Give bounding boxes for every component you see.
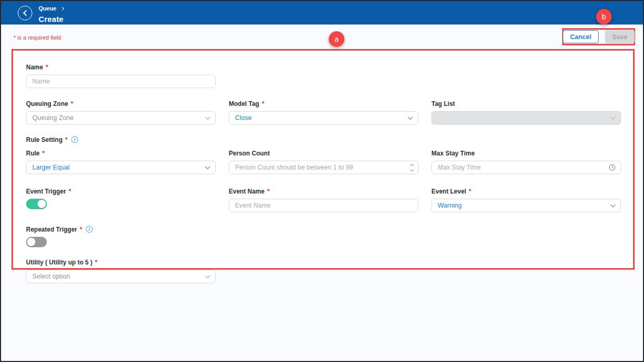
max-stay-time-input[interactable]	[431, 161, 621, 174]
person-count-label: Person Count	[229, 149, 418, 157]
required-marker: *	[469, 188, 472, 195]
event-name-label: Event Name *	[229, 187, 418, 195]
event-trigger-toggle[interactable]	[26, 199, 47, 209]
field-repeated-trigger: Repeated Trigger *	[26, 225, 216, 247]
rule-select[interactable]: Larger Equal	[26, 161, 216, 174]
person-count-input[interactable]	[229, 161, 418, 174]
repeated-trigger-toggle[interactable]	[26, 237, 47, 247]
annotation-box-b: Cancel Save	[562, 28, 635, 45]
field-tag-list: Tag List	[431, 100, 621, 125]
repeated-trigger-label: Repeated Trigger *	[26, 225, 216, 233]
name-input[interactable]	[26, 75, 216, 88]
field-max-stay-time: Max Stay Time	[431, 149, 621, 174]
field-event-level: Event Level * Warning	[431, 187, 621, 212]
rule-label: Rule *	[26, 149, 216, 157]
field-event-trigger: Event Trigger *	[26, 187, 216, 212]
chevron-left-icon	[23, 10, 29, 16]
required-marker: *	[69, 188, 71, 195]
required-marker: *	[42, 150, 45, 157]
event-level-select[interactable]: Warning	[431, 199, 621, 212]
field-name: Name *	[26, 63, 216, 88]
chevron-down-icon	[205, 164, 210, 169]
model-tag-select[interactable]: Close	[229, 111, 418, 125]
back-button[interactable]	[18, 6, 32, 20]
required-marker: *	[46, 64, 48, 71]
page-title: Create	[39, 15, 64, 23]
chevron-down-icon	[611, 114, 616, 119]
required-marker: *	[95, 259, 97, 266]
chevron-down-icon	[408, 114, 413, 119]
required-marker: *	[80, 226, 82, 233]
required-marker: *	[267, 188, 270, 195]
chevron-down-icon	[611, 202, 616, 207]
number-stepper-icon[interactable]	[411, 161, 413, 174]
breadcrumb-item-queue[interactable]: Queue	[39, 5, 56, 11]
chevron-right-icon	[60, 6, 64, 10]
chevron-down-icon	[205, 114, 210, 119]
field-rule: Rule * Larger Equal	[26, 149, 216, 174]
annotation-badge-b: b	[596, 9, 612, 25]
event-trigger-label: Event Trigger *	[26, 187, 216, 195]
info-icon[interactable]	[71, 136, 78, 143]
cancel-button[interactable]: Cancel	[563, 30, 599, 43]
info-icon[interactable]	[86, 226, 93, 233]
tag-list-label: Tag List	[431, 100, 621, 107]
header-text: Queue Create	[39, 5, 64, 23]
utility-select[interactable]: Select option	[26, 270, 216, 283]
create-queue-page: Queue Create b a * is a required field C…	[0, 0, 644, 362]
toggle-knob	[27, 238, 35, 246]
utility-label: Utility ( Utility up to 5 ) *	[26, 258, 216, 266]
field-person-count: Person Count	[229, 149, 418, 174]
event-level-label: Event Level *	[431, 187, 621, 195]
model-tag-label: Model Tag *	[229, 100, 418, 107]
required-marker: *	[262, 100, 264, 107]
create-form: Name * Queuing Zone * Queuing Zone	[11, 49, 635, 270]
field-queuing-zone: Queuing Zone * Queuing Zone	[26, 100, 216, 125]
save-button[interactable]: Save	[605, 30, 635, 43]
breadcrumb: Queue	[39, 5, 64, 12]
queuing-zone-label: Queuing Zone *	[26, 100, 216, 107]
toggle-knob	[38, 200, 46, 208]
field-model-tag: Model Tag * Close	[229, 100, 418, 125]
required-marker: *	[71, 100, 73, 107]
event-name-input[interactable]	[229, 199, 418, 212]
field-event-name: Event Name *	[229, 187, 418, 212]
required-field-note: * is a required field	[14, 34, 61, 41]
annotation-badge-a: a	[329, 31, 344, 47]
rule-setting-label: Rule Setting *	[26, 136, 216, 143]
clock-icon[interactable]	[609, 161, 616, 174]
name-label: Name *	[26, 63, 216, 71]
max-stay-time-label: Max Stay Time	[431, 149, 621, 157]
app-header: Queue Create	[1, 1, 643, 25]
chevron-down-icon	[205, 273, 210, 278]
queuing-zone-select[interactable]: Queuing Zone	[26, 111, 216, 125]
tag-list-select	[431, 111, 621, 125]
required-marker: *	[65, 136, 68, 143]
field-utility: Utility ( Utility up to 5 ) * Select opt…	[26, 258, 216, 283]
